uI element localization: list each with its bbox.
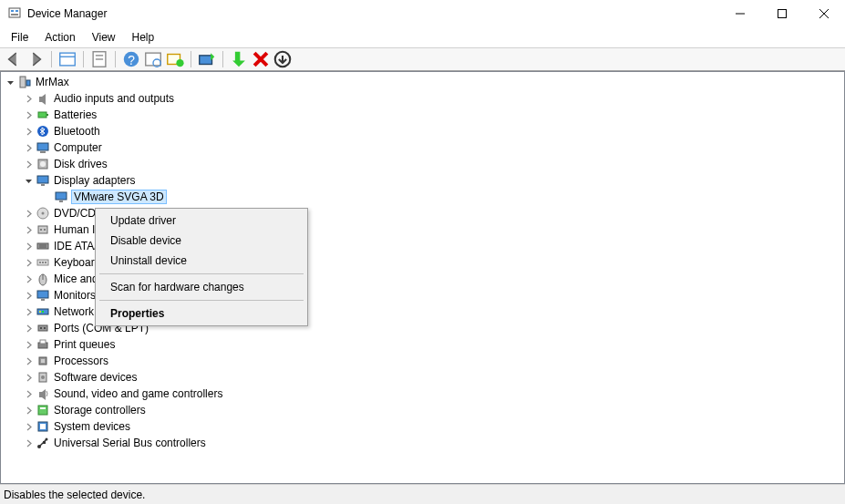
- menu-file[interactable]: File: [4, 29, 36, 46]
- minimize-button[interactable]: [719, 0, 761, 27]
- tree-node-print[interactable]: Print queues: [1, 336, 844, 353]
- tree-node-disk[interactable]: Disk drives: [1, 156, 844, 172]
- chevron-right-icon[interactable]: [23, 109, 34, 120]
- menu-help[interactable]: Help: [125, 29, 162, 46]
- chevron-right-icon[interactable]: [23, 257, 34, 268]
- toolbar: ?: [0, 47, 845, 71]
- context-menu-item[interactable]: Scan for hardware changes: [98, 277, 305, 297]
- scan-icon[interactable]: [143, 49, 163, 69]
- chevron-down-icon[interactable]: [23, 175, 34, 186]
- forward-button[interactable]: [26, 49, 46, 69]
- tree-node-computer[interactable]: Computer: [1, 139, 844, 156]
- svg-rect-41: [37, 243, 48, 249]
- context-menu-item[interactable]: Disable device: [98, 231, 305, 251]
- monitor-icon: [36, 288, 50, 303]
- chevron-right-icon[interactable]: [23, 339, 34, 350]
- properties-icon[interactable]: [89, 49, 109, 69]
- svg-rect-0: [9, 8, 20, 17]
- chevron-down-icon[interactable]: [5, 77, 15, 87]
- chevron-right-icon[interactable]: [23, 388, 34, 399]
- svg-rect-3: [11, 14, 18, 15]
- chevron-right-icon[interactable]: [23, 241, 34, 252]
- tree-leaf-label: VMware SVGA 3D: [72, 190, 166, 203]
- context-menu-item[interactable]: Uninstall device: [98, 251, 305, 271]
- display-icon: [54, 190, 68, 204]
- tree-node-label: Display adapters: [54, 174, 135, 187]
- chevron-right-icon[interactable]: [23, 323, 34, 334]
- window-controls: [719, 0, 845, 27]
- chevron-right-icon[interactable]: [23, 142, 34, 153]
- svg-point-70: [46, 438, 48, 441]
- svg-rect-45: [39, 262, 41, 263]
- svg-text:?: ?: [128, 54, 135, 67]
- svg-rect-33: [41, 184, 45, 186]
- tree-node-label: Computer: [54, 141, 102, 154]
- chevron-right-icon[interactable]: [23, 355, 34, 366]
- chevron-right-icon[interactable]: [23, 421, 34, 432]
- show-hidden-icon[interactable]: [57, 49, 77, 69]
- statusbar: Disables the selected device.: [0, 484, 845, 504]
- context-menu-item[interactable]: Properties: [98, 303, 305, 324]
- menu-view[interactable]: View: [85, 29, 123, 46]
- enable-icon[interactable]: [229, 49, 249, 69]
- tree-leaf-display[interactable]: VMware SVGA 3D: [1, 189, 844, 205]
- disk-icon: [36, 157, 50, 171]
- chevron-right-icon[interactable]: [23, 93, 34, 104]
- menu-action[interactable]: Action: [37, 29, 82, 46]
- chevron-right-icon[interactable]: [23, 290, 34, 301]
- tree-node-display[interactable]: Display adapters: [1, 172, 844, 189]
- chevron-right-icon[interactable]: [23, 224, 34, 235]
- menubar: File Action View Help: [0, 27, 845, 47]
- disable-icon[interactable]: [273, 49, 293, 69]
- tree-node-battery[interactable]: Batteries: [1, 107, 844, 123]
- svg-rect-1: [11, 10, 14, 12]
- svg-rect-34: [56, 192, 67, 200]
- chevron-right-icon[interactable]: [23, 126, 34, 137]
- context-menu-item[interactable]: Update driver: [98, 211, 305, 231]
- tree-node-audio[interactable]: Audio inputs and outputs: [1, 90, 844, 107]
- svg-point-40: [44, 229, 46, 231]
- tree-node-label: Sound, video and game controllers: [54, 387, 222, 400]
- svg-rect-66: [40, 407, 46, 409]
- tree-node-bluetooth[interactable]: Bluetooth: [1, 123, 844, 139]
- svg-point-56: [40, 327, 42, 329]
- maximize-button[interactable]: [761, 0, 803, 27]
- chevron-right-icon[interactable]: [23, 208, 34, 219]
- chevron-right-icon[interactable]: [23, 306, 34, 317]
- spacer: [41, 191, 52, 202]
- software-icon: [36, 370, 50, 385]
- uninstall-icon[interactable]: [251, 49, 271, 69]
- tree-node-label: Print queues: [54, 338, 115, 351]
- update-driver-icon[interactable]: [197, 49, 217, 69]
- tree-node-system[interactable]: System devices: [1, 418, 844, 435]
- svg-rect-35: [59, 201, 63, 202]
- chevron-right-icon[interactable]: [23, 159, 34, 170]
- svg-rect-65: [38, 406, 47, 415]
- chevron-right-icon[interactable]: [23, 273, 34, 284]
- tree-node-label: Audio inputs and outputs: [54, 92, 174, 105]
- tree-node-storage[interactable]: Storage controllers: [1, 402, 844, 418]
- svg-point-63: [41, 375, 45, 379]
- back-button[interactable]: [4, 49, 24, 69]
- svg-point-53: [39, 311, 41, 313]
- keyboard-icon: [36, 255, 50, 270]
- svg-rect-19: [200, 56, 212, 65]
- tree-root[interactable]: MrMax: [1, 74, 844, 90]
- tree-node-usb[interactable]: Universal Serial Bus controllers: [1, 435, 844, 451]
- toolbar-separator: [51, 51, 52, 67]
- toolbar-separator: [115, 51, 116, 67]
- help-icon[interactable]: ?: [121, 49, 141, 69]
- chevron-right-icon[interactable]: [23, 437, 34, 448]
- close-button[interactable]: [803, 0, 845, 27]
- chevron-right-icon[interactable]: [23, 405, 34, 416]
- tree-node-software[interactable]: Software devices: [1, 369, 844, 386]
- toolbar-separator: [191, 51, 191, 67]
- tree-node-cpu[interactable]: Processors: [1, 353, 844, 369]
- mouse-icon: [36, 272, 50, 286]
- hid-icon: [36, 222, 50, 237]
- chevron-right-icon[interactable]: [23, 372, 34, 383]
- context-menu: Update driverDisable deviceUninstall dev…: [95, 208, 308, 326]
- svg-rect-64: [39, 392, 42, 397]
- add-legacy-icon[interactable]: [165, 49, 185, 69]
- tree-node-sound[interactable]: Sound, video and game controllers: [1, 386, 844, 402]
